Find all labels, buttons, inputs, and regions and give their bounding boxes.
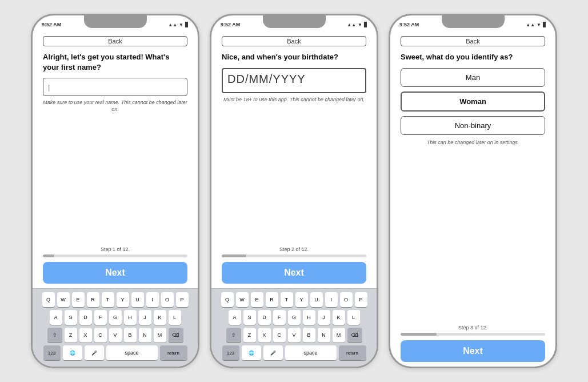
kb-g-1[interactable]: G bbox=[109, 310, 122, 325]
kb-s-1[interactable]: S bbox=[65, 310, 77, 325]
kb-q-2[interactable]: Q bbox=[221, 292, 234, 307]
kb-globe-1[interactable]: 🌐 bbox=[63, 345, 82, 360]
back-button-1[interactable]: Back bbox=[43, 36, 187, 46]
kb-v-1[interactable]: V bbox=[109, 328, 122, 343]
option-woman[interactable]: Woman bbox=[401, 91, 545, 112]
option-nonbinary[interactable]: Non-binary bbox=[401, 116, 545, 135]
title-1: Alright, let's get you started! What's y… bbox=[43, 52, 187, 72]
kb-o-1[interactable]: O bbox=[161, 292, 174, 307]
hint-2: Must be 18+ to use this app. This cannot… bbox=[222, 97, 366, 104]
kb-m-1[interactable]: M bbox=[154, 328, 166, 343]
kb-y-1[interactable]: Y bbox=[117, 292, 129, 307]
date-input[interactable]: DD/MM/YYYY bbox=[222, 68, 366, 93]
kb-u-2[interactable]: U bbox=[310, 292, 323, 307]
kb-c-1[interactable]: C bbox=[94, 328, 107, 343]
kb-num-2[interactable]: 123 bbox=[222, 345, 239, 360]
kb-mic-1[interactable]: 🎤 bbox=[85, 345, 104, 360]
kb-d-1[interactable]: D bbox=[79, 310, 92, 325]
kb-k-2[interactable]: K bbox=[333, 310, 345, 325]
spacer-2 bbox=[222, 108, 366, 246]
kb-space-1[interactable]: space bbox=[106, 345, 158, 360]
kb-w-2[interactable]: W bbox=[236, 292, 249, 307]
kb-h-2[interactable]: H bbox=[303, 310, 315, 325]
kb-n-2[interactable]: N bbox=[318, 328, 330, 343]
kb-row4-1: 123 🌐 🎤 space return bbox=[35, 345, 195, 360]
progress-fill-1 bbox=[43, 254, 54, 257]
kb-h-1[interactable]: H bbox=[124, 310, 137, 325]
step-label-1: Step 1 of 12. bbox=[43, 246, 187, 252]
next-button-2[interactable]: Next bbox=[222, 262, 366, 284]
kb-r-1[interactable]: R bbox=[87, 292, 99, 307]
kb-x-2[interactable]: X bbox=[258, 328, 271, 343]
kb-f-2[interactable]: F bbox=[273, 310, 286, 325]
keyboard-1: Q W E R T Y U I O P A S D F G H J K L bbox=[33, 288, 198, 367]
kb-mic-2[interactable]: 🎤 bbox=[263, 345, 283, 360]
kb-shift-1[interactable]: ⇧ bbox=[47, 328, 62, 343]
next-button-3[interactable]: Next bbox=[401, 340, 545, 362]
wifi-3: ▼ bbox=[537, 22, 541, 27]
kb-x-1[interactable]: X bbox=[79, 328, 92, 343]
back-button-3[interactable]: Back bbox=[401, 36, 545, 46]
hint-3: This can be changed later on in settings… bbox=[401, 140, 545, 146]
kb-z-1[interactable]: Z bbox=[65, 328, 77, 343]
kb-p-1[interactable]: P bbox=[176, 292, 189, 307]
kb-t-1[interactable]: T bbox=[102, 292, 114, 307]
kb-l-1[interactable]: L bbox=[169, 310, 181, 325]
kb-row1-2: Q W E R T Y U I O P bbox=[214, 292, 374, 307]
kb-u-1[interactable]: U bbox=[131, 292, 144, 307]
kb-m-2[interactable]: M bbox=[333, 328, 345, 343]
option-man[interactable]: Man bbox=[401, 68, 545, 87]
kb-t-2[interactable]: T bbox=[281, 292, 293, 307]
kb-i-1[interactable]: I bbox=[146, 292, 159, 307]
kb-n-1[interactable]: N bbox=[139, 328, 151, 343]
progress-fill-3 bbox=[401, 333, 437, 336]
phone-1-content: Back Alright, let's get you started! Wha… bbox=[33, 31, 198, 367]
kb-row2-2: A S D F G H J K L bbox=[214, 310, 374, 325]
time-3: 9:52 AM bbox=[399, 22, 419, 27]
kb-a-2[interactable]: A bbox=[229, 310, 241, 325]
signal-battery-2: ▲▲ ▼ ▊ bbox=[347, 22, 367, 27]
kb-e-1[interactable]: E bbox=[72, 292, 85, 307]
kb-w-1[interactable]: W bbox=[57, 292, 70, 307]
kb-e-2[interactable]: E bbox=[251, 292, 263, 307]
kb-j-2[interactable]: J bbox=[318, 310, 330, 325]
kb-f-1[interactable]: F bbox=[94, 310, 107, 325]
kb-shift-2[interactable]: ⇧ bbox=[226, 328, 241, 343]
kb-num-1[interactable]: 123 bbox=[43, 345, 61, 360]
progress-bar-3 bbox=[401, 333, 545, 336]
notch-3 bbox=[442, 15, 505, 28]
next-button-1[interactable]: Next bbox=[43, 262, 187, 284]
battery-2: ▊ bbox=[364, 22, 367, 27]
kb-a-1[interactable]: A bbox=[50, 310, 62, 325]
kb-s-2[interactable]: S bbox=[243, 310, 256, 325]
kb-i-2[interactable]: I bbox=[325, 292, 338, 307]
hint-1: Make sure to use your real name. This ca… bbox=[43, 100, 187, 113]
kb-c-2[interactable]: C bbox=[273, 328, 286, 343]
kb-g-2[interactable]: G bbox=[288, 310, 301, 325]
wifi-2: ▼ bbox=[358, 22, 362, 27]
kb-globe-2[interactable]: 🌐 bbox=[242, 345, 261, 360]
kb-l-2[interactable]: L bbox=[347, 310, 360, 325]
kb-b-2[interactable]: B bbox=[303, 328, 315, 343]
kb-o-2[interactable]: O bbox=[340, 292, 353, 307]
kb-return-2[interactable]: return bbox=[339, 345, 366, 360]
back-button-2[interactable]: Back bbox=[222, 36, 366, 46]
name-input[interactable] bbox=[43, 78, 187, 96]
kb-space-2[interactable]: space bbox=[285, 345, 337, 360]
kb-del-1[interactable]: ⌫ bbox=[169, 328, 183, 343]
kb-y-2[interactable]: Y bbox=[295, 292, 308, 307]
kb-k-1[interactable]: K bbox=[154, 310, 166, 325]
kb-r-2[interactable]: R bbox=[266, 292, 278, 307]
kb-b-1[interactable]: B bbox=[124, 328, 137, 343]
spacer-3 bbox=[401, 150, 545, 325]
kb-del-2[interactable]: ⌫ bbox=[347, 328, 362, 343]
kb-d-2[interactable]: D bbox=[258, 310, 271, 325]
kb-j-1[interactable]: J bbox=[139, 310, 151, 325]
progress-fill-2 bbox=[222, 254, 246, 257]
kb-q-1[interactable]: Q bbox=[42, 292, 55, 307]
kb-v-2[interactable]: V bbox=[288, 328, 301, 343]
kb-return-1[interactable]: return bbox=[160, 345, 187, 360]
signal-battery-3: ▲▲ ▼ ▊ bbox=[526, 22, 546, 27]
kb-p-2[interactable]: P bbox=[355, 292, 367, 307]
kb-z-2[interactable]: Z bbox=[243, 328, 256, 343]
